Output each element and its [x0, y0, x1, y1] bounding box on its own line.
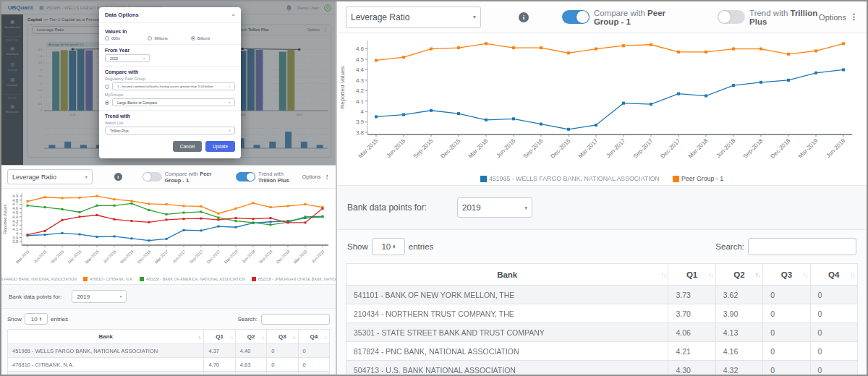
svg-text:Sep-2016: Sep-2016	[522, 137, 545, 160]
values-in-option-millions[interactable]: Millions	[148, 36, 190, 40]
search-input[interactable]	[748, 238, 856, 255]
svg-text:4: 4	[16, 231, 18, 236]
svg-text:4.7: 4.7	[12, 202, 18, 206]
mygroups-select[interactable]: Large Banks to Compare▾	[112, 98, 235, 106]
info-icon[interactable]: i	[114, 173, 122, 181]
table-row[interactable]: 210434 - NORTHERN TRUST COMPANY, THE3.70…	[346, 304, 858, 323]
svg-text:Mar-2015: Mar-2015	[15, 249, 30, 264]
compare-toggle[interactable]	[562, 10, 590, 24]
modal-body: Values In 000sMillionsBillions From Year…	[99, 23, 241, 136]
update-button[interactable]: Update	[205, 141, 235, 152]
svg-text:Dec-2017: Dec-2017	[206, 249, 221, 264]
trend-toggle[interactable]	[236, 172, 255, 181]
legend-item[interactable]: 451965 - WELLS FARGO BANK, NATIONAL ASSO…	[480, 175, 660, 182]
column-header-q2[interactable]: Q2↑↓	[715, 264, 762, 286]
legend-swatch	[83, 277, 88, 281]
radio-millions[interactable]	[148, 36, 152, 40]
value-cell-q1: 4.40	[204, 372, 235, 375]
radio-label: 000s	[111, 36, 120, 40]
legend-label: 451965 - WELLS FARGO BANK, NATIONAL ASSO…	[1, 277, 77, 281]
data-options-modal: Data Options × Values In 000sMillionsBil…	[99, 7, 241, 158]
column-header-q4[interactable]: Q4↑↓	[810, 264, 857, 286]
svg-text:4.5: 4.5	[356, 56, 365, 63]
bank-name-cell[interactable]: 817824 - PNC BANK, NATIONAL ASSOCIATION	[346, 342, 668, 361]
values-in-option-000s[interactable]: 000s	[105, 36, 148, 40]
options-menu[interactable]: Options⋮	[819, 12, 858, 22]
table-row[interactable]: 504713 - U.S. BANK NATIONAL ASSOCIATION4…	[346, 361, 858, 375]
svg-text:4.3: 4.3	[356, 77, 365, 84]
page-size-select[interactable]: 10 ▴▾	[372, 238, 405, 255]
page-size-select[interactable]: 10 ▴▾	[25, 313, 48, 325]
bank-name-cell[interactable]: 480228 - BANK OF AMERICA, NATIONAL ASSOC…	[8, 372, 204, 375]
table-row[interactable]: 541101 - BANK OF NEW YORK MELLON, THE3.7…	[346, 286, 858, 304]
modal-header: Data Options ×	[99, 7, 241, 23]
sort-icon: ↑↓	[755, 271, 760, 278]
table-row[interactable]: 451965 - WELLS FARGO BANK, NATIONAL ASSO…	[8, 344, 330, 358]
compare-toggle[interactable]	[142, 172, 162, 181]
svg-text:Sep-2015: Sep-2015	[412, 137, 435, 160]
svg-text:3.8: 3.8	[12, 239, 18, 244]
metric-select[interactable]: Leverage Ratio▾	[7, 169, 93, 184]
column-header-bank[interactable]: Bank↑↓	[346, 264, 668, 286]
legend-item[interactable]: 852218 - JPMORGAN CHASE BANK, NATIONAL A…	[252, 277, 336, 281]
radio-000s[interactable]	[105, 36, 109, 40]
trend-toggle[interactable]	[718, 10, 745, 24]
from-year-select[interactable]: 2015▾	[105, 54, 150, 62]
bank-data-table: Bank↑↓Q1↑↓Q2↑↓Q3↑↓Q4↑↓451965 - WELLS FAR…	[7, 329, 330, 375]
table-row[interactable]: 476810 - CITIBANK, N.A.4.704.6300	[8, 358, 330, 372]
bank-name-cell[interactable]: 451965 - WELLS FARGO BANK, NATIONAL ASSO…	[8, 344, 204, 358]
svg-text:4.4: 4.4	[12, 215, 18, 219]
trend-panel: Leverage Ratio▾ i Compare with Peer Grou…	[1, 165, 336, 375]
svg-text:4.6: 4.6	[356, 46, 365, 52]
column-header-q4[interactable]: Q4↑↓	[298, 330, 329, 344]
trend-panel-header: Leverage Ratio▾ i Compare with Peer Grou…	[1, 166, 336, 189]
trend-line-chart: 3.83.944.14.24.34.44.54.64.74.84.9Mar-20…	[1, 189, 336, 271]
cancel-button[interactable]: Cancel	[173, 141, 202, 152]
svg-text:Mar-2015: Mar-2015	[357, 137, 380, 160]
mygroups-radio[interactable]	[105, 101, 109, 105]
chevron-down-icon: ▾	[229, 85, 230, 88]
options-menu[interactable]: Options⋮	[302, 174, 330, 180]
value-cell-q3: 0	[763, 286, 810, 304]
bank-name-cell[interactable]: 504713 - U.S. BANK NATIONAL ASSOCIATION	[346, 361, 668, 375]
legend-item[interactable]: 476810 - CITIBANK, N.A.	[83, 277, 133, 281]
value-cell-q4: 0	[810, 342, 857, 361]
year-select[interactable]: 2019▾	[72, 290, 127, 303]
svg-text:Jun-2015: Jun-2015	[33, 249, 47, 263]
sort-icon: ↑↓	[261, 334, 265, 339]
column-header-bank[interactable]: Bank↑↓	[8, 330, 204, 344]
column-header-q1[interactable]: Q1↑↓	[668, 264, 715, 286]
legend-item[interactable]: 480228 - BANK OF AMERICA, NATIONAL ASSOC…	[140, 277, 245, 281]
legend-item[interactable]: 451965 - WELLS FARGO BANK, NATIONAL ASSO…	[1, 277, 77, 281]
bank-name-cell[interactable]: 476810 - CITIBANK, N.A.	[8, 358, 204, 372]
column-header-q3[interactable]: Q3↑↓	[267, 330, 298, 344]
column-header-q2[interactable]: Q2↑↓	[235, 330, 266, 344]
value-cell-q4: 0	[810, 304, 857, 323]
column-header-q1[interactable]: Q1↑↓	[204, 330, 235, 344]
search-input[interactable]	[261, 314, 330, 325]
bank-name-cell[interactable]: 35301 - STATE STREET BANK AND TRUST COMP…	[346, 323, 668, 342]
bank-name-cell[interactable]: 541101 - BANK OF NEW YORK MELLON, THE	[346, 286, 668, 304]
stepper-icon: ▴▾	[40, 317, 42, 321]
table-row[interactable]: 480228 - BANK OF AMERICA, NATIONAL ASSOC…	[8, 372, 330, 375]
modal-footer: Cancel Update	[99, 136, 241, 158]
peer-group-select[interactable]: 1 - Insured commercial banks having asse…	[112, 82, 235, 90]
values-in-option-billions[interactable]: Billions	[191, 36, 234, 40]
compare-line-chart: 3.83.944.14.24.34.44.54.6Mar-2015Jun-201…	[337, 33, 864, 169]
table-row[interactable]: 817824 - PNC BANK, NATIONAL ASSOCIATION4…	[346, 342, 858, 361]
svg-text:Mar-2016: Mar-2016	[85, 249, 100, 264]
bank-name-cell[interactable]: 210434 - NORTHERN TRUST COMPANY, THE	[346, 304, 668, 323]
value-cell-q4: 0	[810, 286, 857, 304]
year-select[interactable]: 2019▾	[457, 197, 532, 218]
metric-select[interactable]: Leverage Ratio▾	[346, 7, 481, 28]
svg-text:Sep-2017: Sep-2017	[632, 137, 655, 160]
kebab-menu-icon: ⋮	[325, 174, 331, 180]
radio-billions[interactable]	[191, 36, 195, 40]
info-icon[interactable]: i	[519, 12, 529, 22]
watch-list-select[interactable]: Trillion Plus▾	[105, 127, 235, 134]
legend-item[interactable]: Peer Group - 1	[673, 175, 723, 182]
table-row[interactable]: 35301 - STATE STREET BANK AND TRUST COMP…	[346, 323, 858, 342]
close-icon[interactable]: ×	[231, 12, 235, 18]
peer-group-radio[interactable]	[105, 85, 109, 89]
column-header-q3[interactable]: Q3↑↓	[763, 264, 810, 286]
